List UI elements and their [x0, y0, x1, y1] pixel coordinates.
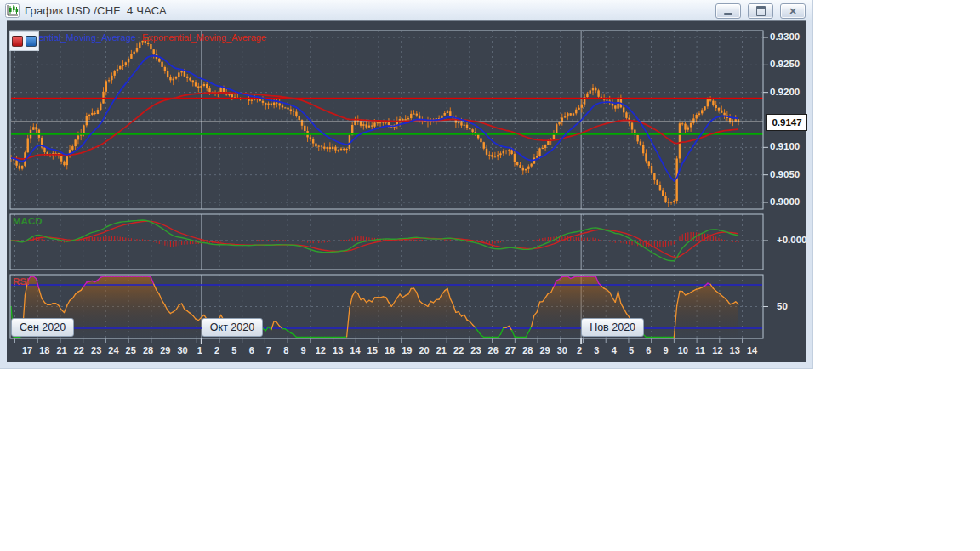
- close-button[interactable]: ✕: [780, 3, 806, 19]
- maximize-button[interactable]: [748, 3, 773, 19]
- macd-layer: [11, 220, 762, 261]
- window-title: График USD /CHF 4 ЧАСА: [25, 4, 167, 17]
- candles-layer: [10, 37, 739, 207]
- chart-window: График USD /CHF 4 ЧАСА ✕ Exponential_Mov…: [0, 0, 813, 369]
- title-bar[interactable]: График USD /CHF 4 ЧАСА ✕: [0, 0, 812, 20]
- ema-toggle-red-button[interactable]: [12, 36, 23, 47]
- desktop-page: График USD /CHF 4 ЧАСА ✕ Exponential_Mov…: [0, 0, 980, 551]
- minimize-icon: [724, 13, 732, 15]
- ema-toggle-blue-button[interactable]: [26, 36, 37, 47]
- chart-client-area: Exponential_Moving_Average Exponential_M…: [7, 20, 806, 362]
- chart-canvas[interactable]: [7, 21, 806, 362]
- window-controls: ✕: [715, 3, 806, 19]
- month-separator-lines: [202, 31, 581, 344]
- legend-button-box: [9, 31, 39, 51]
- minimize-button[interactable]: [715, 3, 741, 19]
- candlestick-chart-icon: [5, 3, 20, 18]
- maximize-icon: [756, 6, 766, 16]
- close-icon: ✕: [789, 7, 796, 16]
